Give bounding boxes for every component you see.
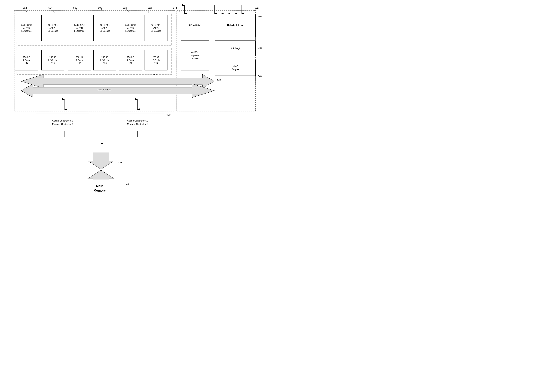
svg-line-21 xyxy=(126,9,129,12)
dma-engine: DMA Engine xyxy=(215,60,256,76)
pcie-phy: PCIe PHY xyxy=(181,14,209,37)
link-logic: Link Logic xyxy=(215,41,256,56)
svg-line-25 xyxy=(177,9,180,12)
svg-marker-36 xyxy=(21,75,214,88)
svg-text:544: 544 xyxy=(173,6,177,9)
cpu-510: 64-bit CPU w/ FPU L1 Caches xyxy=(119,15,142,41)
svg-text:504: 504 xyxy=(48,6,52,9)
svg-text:542: 542 xyxy=(153,73,157,76)
main-memory: Main Memory xyxy=(73,180,126,196)
svg-text:540: 540 xyxy=(258,75,262,78)
svg-text:506: 506 xyxy=(73,6,77,9)
svg-line-19 xyxy=(101,9,105,12)
diagram-container: 502 504 506 508 510 512 544 536 538 540 xyxy=(5,4,263,194)
cpu-502: 64-bit CPU w/ FPU L1 Caches xyxy=(15,15,38,41)
fabric-links: Fabric Links xyxy=(215,14,256,37)
l2-cache-118: 256 KB L2 Cache 118 xyxy=(68,50,91,70)
svg-text:538: 538 xyxy=(258,47,262,49)
svg-marker-49 xyxy=(88,152,114,169)
svg-text:536: 536 xyxy=(258,15,262,18)
svg-text:530: 530 xyxy=(167,113,171,116)
svg-marker-37 xyxy=(21,84,214,98)
l2-cache-122: 256 KB L2 Cache 122 xyxy=(119,50,142,70)
svg-text:500: 500 xyxy=(118,161,122,164)
cpu-508: 64-bit CPU w/ FPU L1 Caches xyxy=(93,15,116,41)
cpu-512: 64-bit CPU w/ FPU L1 Caches xyxy=(145,15,167,41)
cpu-504: 64-bit CPU w/ FPU L1 Caches xyxy=(41,15,64,41)
cpu-506: 64-bit CPU w/ FPU L1 Caches xyxy=(68,15,91,41)
svg-line-54 xyxy=(254,9,255,11)
cache-coherence-controller-0: Cache Coherence & Memory Controller 0 xyxy=(36,114,89,131)
l2-cache-114: 256 KB L2 Cache 114 xyxy=(15,50,38,70)
svg-text:Cache Switch: Cache Switch xyxy=(98,88,112,91)
svg-text:552: 552 xyxy=(255,6,259,9)
cache-coherence-controller-1: Cache Coherence & Memory Controller 1 xyxy=(111,114,164,131)
svg-line-13 xyxy=(22,9,28,12)
svg-text:508: 508 xyxy=(98,6,102,9)
svg-line-15 xyxy=(52,9,54,12)
svg-text:512: 512 xyxy=(148,6,152,9)
svg-text:510: 510 xyxy=(123,6,127,9)
l2-cache-124: 256 KB L2 Cache 124 xyxy=(145,50,167,70)
svg-text:526: 526 xyxy=(217,78,221,81)
l2-cache-120: 256 KB L2 Cache 120 xyxy=(93,50,116,70)
svg-text:502: 502 xyxy=(23,6,27,9)
svg-line-17 xyxy=(76,9,80,12)
svg-line-23 xyxy=(148,9,149,12)
pci-express-controller: 8x PCI Express Controller xyxy=(181,41,209,70)
l2-cache-116: 256 KB L2 Cache 116 xyxy=(41,50,64,70)
